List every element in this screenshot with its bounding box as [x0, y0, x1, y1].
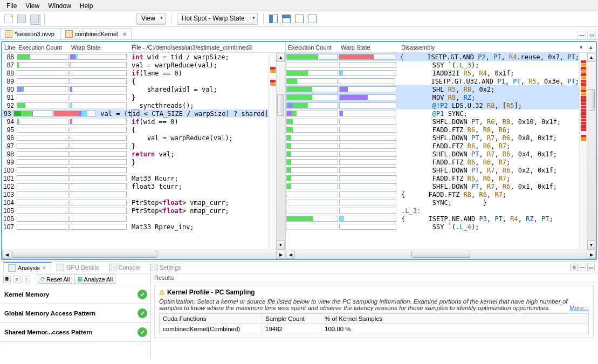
- dock-min-icon[interactable]: —: [579, 264, 586, 271]
- disasm-row[interactable]: SSY `(.L_3);: [286, 61, 579, 69]
- disasm-row[interactable]: FADD.FTZ R6, R8, R6;: [286, 126, 579, 134]
- disasm-row[interactable]: .L_3:: [286, 207, 579, 215]
- layout2-icon[interactable]: [282, 15, 291, 23]
- save-all-icon[interactable]: [30, 15, 39, 23]
- disasm-minimap[interactable]: [579, 53, 587, 250]
- source-row[interactable]: 98return val;: [2, 150, 269, 158]
- list1-icon[interactable]: ≣: [3, 276, 11, 283]
- source-row[interactable]: 104PtrStep<float> vmap_curr;: [2, 198, 269, 207]
- source-row[interactable]: 96 val = warpReduce(val);: [2, 134, 269, 142]
- disasm-row[interactable]: FADD.FTZ R6, R6, R7;: [286, 174, 579, 182]
- source-row[interactable]: 91}: [2, 93, 269, 101]
- disasm-row[interactable]: SHFL.DOWN PT, R7, R6, 0x4, 0x1f;: [286, 150, 579, 158]
- disasm-row[interactable]: SHL R5, R8, 0x2;: [286, 85, 579, 93]
- dock-tab-analysis[interactable]: Analysis ✕: [3, 262, 51, 273]
- disasm-row[interactable]: { ISETP.GT.AND P2, PT, R4.reuse, 0x7, PT…: [286, 53, 579, 61]
- maximize-tab-icon[interactable]: ▭: [587, 31, 596, 39]
- source-row[interactable]: 94if(wid == 0): [2, 118, 269, 126]
- disasm-row[interactable]: SHFL.DOWN PT, R6, R8, 0x10, 0x1f;: [286, 118, 579, 126]
- table-header[interactable]: Cuda Functions: [160, 314, 262, 324]
- table-header[interactable]: Sample Count: [262, 314, 321, 324]
- disasm-row[interactable]: SYNC; }: [286, 198, 579, 207]
- table-header[interactable]: % of Kernel Samples: [321, 314, 588, 324]
- editor-tab[interactable]: *session3.nvvp: [0, 28, 59, 39]
- disasm-rows[interactable]: { ISETP.GT.AND P2, PT, R4.reuse, 0x7, PT…: [286, 53, 596, 250]
- table-row[interactable]: combinedKernel(Combined)19482100.00 %: [160, 324, 588, 334]
- source-row[interactable]: 103: [2, 190, 269, 198]
- menu-help[interactable]: Help: [75, 1, 98, 10]
- menu-view[interactable]: View: [21, 1, 44, 10]
- disasm-row[interactable]: @P1 SYNC;: [286, 109, 579, 118]
- col-exec[interactable]: Execution Count: [16, 43, 69, 52]
- analysis-item[interactable]: Kernel Memory✓: [1, 285, 150, 304]
- disasm-dropdown-icon[interactable]: ▾: [576, 44, 586, 51]
- col-exec-r[interactable]: Execution Count: [286, 43, 339, 52]
- dock-tool1-icon[interactable]: ⎘: [570, 264, 578, 271]
- disasm-row[interactable]: SSY `(.L_4);: [286, 223, 579, 231]
- dock-tab-console[interactable]: Console: [105, 263, 145, 272]
- disasm-hscroll[interactable]: ◀▶: [286, 250, 596, 259]
- source-row[interactable]: 100: [2, 166, 269, 174]
- disasm-row[interactable]: @!P2 LDS.U.32 R8, [R5];: [286, 101, 579, 109]
- dock-tab-gpu-details[interactable]: GPU Details: [52, 263, 104, 272]
- dock-max-icon[interactable]: ▭: [587, 264, 595, 271]
- source-minimap[interactable]: [269, 53, 276, 250]
- source-row[interactable]: 87val = warpReduce(val);: [2, 61, 269, 69]
- menu-file[interactable]: File: [2, 1, 21, 10]
- save-icon[interactable]: [17, 15, 26, 23]
- close-icon[interactable]: ✕: [42, 265, 46, 271]
- analysis-item[interactable]: Shared Memor...ccess Pattern✓: [1, 323, 150, 342]
- zoom-fit-icon[interactable]: [295, 15, 304, 23]
- hotspot-dropdown[interactable]: Hot Spot - Warp State: [177, 13, 258, 25]
- more-link[interactable]: More...: [569, 305, 589, 311]
- source-row[interactable]: 97}: [2, 142, 269, 150]
- source-row[interactable]: 90 shared[wid] = val;: [2, 85, 269, 93]
- disasm-row[interactable]: MOV R8, RZ;: [286, 93, 579, 101]
- source-row[interactable]: 89{: [2, 77, 269, 85]
- disasm-up-icon[interactable]: ▴: [586, 44, 596, 51]
- disasm-row[interactable]: SHFL.DOWN PT, R7, R6, 0x8, 0x1f;: [286, 134, 579, 142]
- source-row[interactable]: 99}: [2, 158, 269, 166]
- source-vscroll[interactable]: ▲▼: [276, 53, 285, 250]
- source-row[interactable]: 107Mat33 Rprev_inv;: [2, 223, 269, 231]
- source-hscroll[interactable]: ◀▶: [2, 250, 285, 259]
- col-line[interactable]: Line: [2, 43, 16, 52]
- col-warp[interactable]: Warp State: [69, 43, 129, 52]
- source-row[interactable]: 93val = (tid < CTA_SIZE / warpSize) ? sh…: [2, 109, 269, 118]
- dock-tab-settings[interactable]: Settings: [146, 263, 185, 272]
- disasm-row[interactable]: SHFL.DOWN PT, R7, R6, 0x2, 0x1f;: [286, 166, 579, 174]
- source-row[interactable]: 101Mat33 Rcurr;: [2, 174, 269, 182]
- analysis-item[interactable]: Global Memory Access Pattern✓: [1, 304, 150, 323]
- disasm-row[interactable]: { ISETP.NE.AND P3, PT, R4, RZ, PT;: [286, 215, 579, 223]
- source-row[interactable]: 106: [2, 215, 269, 223]
- reset-all-button[interactable]: ⟳Reset All: [38, 274, 72, 284]
- source-row[interactable]: 88if(lane == 0): [2, 69, 269, 77]
- menu-window[interactable]: Window: [44, 1, 75, 10]
- col-warp-r[interactable]: Warp State: [339, 43, 399, 52]
- disasm-row[interactable]: FADD.FTZ R6, R6, R7;: [286, 158, 579, 166]
- disasm-row[interactable]: SHFL.DOWN PT, R7, R6, 0x1, 0x1f;: [286, 182, 579, 190]
- analyze-all-button[interactable]: ▦Analyze All: [74, 274, 115, 284]
- disasm-vscroll[interactable]: ▲▼: [587, 53, 596, 250]
- editor-tab[interactable]: combinedKernel✕: [60, 28, 132, 39]
- source-row[interactable]: 95{: [2, 126, 269, 134]
- source-rows[interactable]: 86int wid = tid / warpSize;87val = warpR…: [2, 53, 285, 250]
- layout1-icon[interactable]: [269, 15, 278, 23]
- view-dropdown[interactable]: View: [136, 13, 166, 25]
- source-row[interactable]: 102float3 tcurr;: [2, 182, 269, 190]
- disasm-row[interactable]: { FADD.FTZ R8, R6, R7;: [286, 190, 579, 198]
- list2-icon[interactable]: ≡: [13, 276, 20, 283]
- disasm-row[interactable]: ISETP.GT.U32.AND P1, PT, R5, 0x3e, PT;: [286, 77, 579, 85]
- disasm-row[interactable]: IADD32I R5, R4, 0x1f;: [286, 69, 579, 77]
- up-arrow-icon[interactable]: ⇧: [23, 276, 30, 283]
- zoom-region-icon[interactable]: [308, 15, 317, 23]
- new-icon[interactable]: ✶: [4, 15, 13, 23]
- col-dis[interactable]: Disassembly: [399, 43, 576, 52]
- close-icon[interactable]: ✕: [122, 31, 127, 37]
- disasm-row[interactable]: FADD.FTZ R6, R6, R7;: [286, 142, 579, 150]
- col-file[interactable]: File - /C:/demo/session3/estimate_combin…: [129, 43, 285, 52]
- source-row[interactable]: 86int wid = tid / warpSize;: [2, 53, 269, 61]
- source-row[interactable]: 105PtrStep<float> nmap_curr;: [2, 207, 269, 215]
- source-row[interactable]: 92__syncthreads();: [2, 101, 269, 109]
- minimize-tab-icon[interactable]: —: [578, 31, 586, 39]
